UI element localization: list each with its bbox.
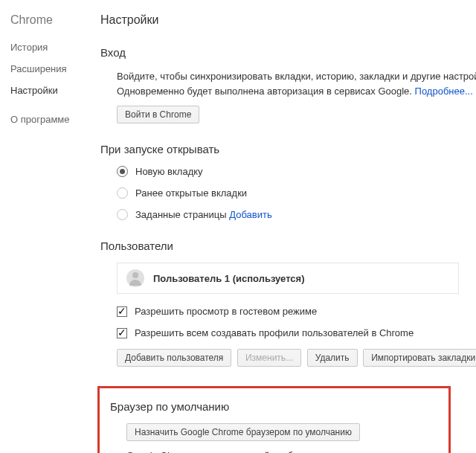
startup-option-continue[interactable]: Ранее открытые вкладки — [100, 187, 476, 199]
section-signin: Вход Войдите, чтобы синхронизировать вкл… — [100, 46, 476, 123]
startup-option-pages[interactable]: Заданные страницы Добавить — [100, 209, 476, 220]
startup-option-label: Новую вкладку — [135, 166, 203, 177]
user-row[interactable]: Пользователь 1 (используется) — [117, 263, 459, 294]
checkbox-icon[interactable] — [117, 328, 127, 338]
radio-icon[interactable] — [117, 209, 128, 220]
default-browser-title: Браузер по умолчанию — [110, 400, 438, 413]
startup-title: При запуске открывать — [100, 143, 476, 155]
sidebar-title: Chrome — [10, 13, 100, 27]
default-browser-status: Google Chrome не является сейчас браузер… — [110, 450, 438, 453]
delete-user-button[interactable]: Удалить — [307, 349, 358, 367]
radio-icon[interactable] — [117, 166, 128, 177]
sidebar-item-about[interactable]: О программе — [10, 114, 100, 125]
add-user-button[interactable]: Добавить пользователя — [117, 349, 231, 367]
signin-desc-line2: Одновременно будет выполнена авторизация… — [117, 86, 415, 97]
set-default-browser-button[interactable]: Назначить Google Chrome браузером по умо… — [126, 423, 360, 441]
startup-option-label: Заданные страницы — [135, 209, 227, 220]
guest-mode-checkbox-row[interactable]: Разрешить просмотр в гостевом режиме — [100, 306, 476, 317]
section-startup: При запуске открывать Новую вкладку Ране… — [100, 143, 476, 220]
avatar-icon — [126, 269, 144, 287]
allow-profiles-label: Разрешить всем создавать профили пользов… — [135, 327, 414, 338]
radio-icon[interactable] — [117, 187, 128, 199]
startup-add-link[interactable]: Добавить — [229, 209, 271, 220]
content: Настройки Вход Войдите, чтобы синхронизи… — [100, 0, 476, 453]
signin-description: Войдите, чтобы синхронизировать вкладки,… — [100, 69, 476, 98]
guest-mode-label: Разрешить просмотр в гостевом режиме — [135, 306, 317, 317]
startup-option-label: Ранее открытые вкладки — [135, 187, 247, 199]
user-name: Пользователь 1 (используется) — [153, 273, 305, 284]
page-title: Настройки — [100, 13, 476, 27]
edit-user-button[interactable]: Изменить... — [237, 349, 301, 367]
section-default-browser: Браузер по умолчанию Назначить Google Ch… — [97, 386, 451, 453]
sidebar-item-extensions[interactable]: Расширения — [10, 63, 100, 74]
signin-desc-line1: Войдите, чтобы синхронизировать вкладки,… — [117, 71, 476, 82]
signin-title: Вход — [100, 46, 476, 59]
startup-option-newtab[interactable]: Новую вкладку — [100, 166, 476, 177]
import-bookmarks-button[interactable]: Импортировать закладки и н — [363, 349, 476, 367]
sidebar-item-history[interactable]: История — [10, 42, 100, 53]
signin-button[interactable]: Войти в Chrome — [117, 106, 199, 123]
sidebar: Chrome История Расширения Настройки О пр… — [0, 0, 100, 453]
section-users: Пользователи Пользователь 1 (используетс… — [100, 240, 476, 367]
signin-more-link[interactable]: Подробнее... — [415, 86, 473, 97]
sidebar-item-settings[interactable]: Настройки — [10, 85, 100, 96]
users-title: Пользователи — [100, 240, 476, 252]
checkbox-icon[interactable] — [117, 306, 127, 317]
allow-profiles-checkbox-row[interactable]: Разрешить всем создавать профили пользов… — [100, 327, 476, 338]
